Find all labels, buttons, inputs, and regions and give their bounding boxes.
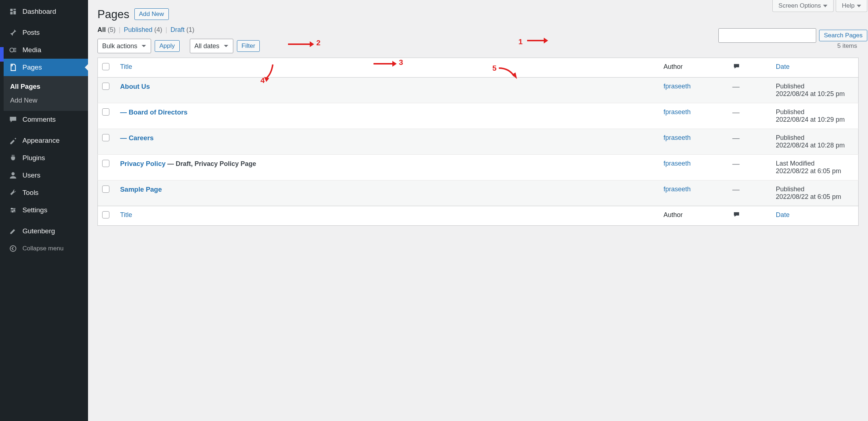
submenu-all-pages[interactable]: All Pages [4, 80, 88, 93]
sidebar-item-pages[interactable]: Pages [4, 59, 88, 76]
sidebar-item-label: Gutenberg [22, 227, 55, 235]
sidebar-submenu-pages: All Pages Add New [4, 76, 88, 111]
date-status: Published [776, 83, 854, 90]
author-link[interactable]: fpraseeth [664, 108, 691, 116]
date-status: Last Modified [776, 160, 854, 167]
triangle-down-icon [857, 5, 861, 7]
users-icon [9, 171, 17, 180]
row-title-link[interactable]: Sample Page [120, 186, 162, 193]
author-link[interactable]: fpraseeth [664, 160, 691, 167]
author-link[interactable]: fpraseeth [664, 134, 691, 141]
comment-bubble-icon [733, 211, 740, 218]
plugins-icon [9, 154, 17, 162]
author-link[interactable]: fpraseeth [664, 186, 691, 193]
row-title-link[interactable]: — Board of Directors [120, 108, 188, 116]
screen-options-tab[interactable]: Screen Options [772, 0, 834, 12]
row-title-link[interactable]: About Us [120, 83, 150, 90]
pin-icon [9, 28, 17, 37]
gutenberg-icon [9, 227, 17, 235]
select-all-checkbox-bottom[interactable] [102, 211, 109, 218]
comments-icon [9, 115, 17, 124]
items-count: 5 items [837, 42, 857, 50]
row-title-link[interactable]: — Careers [120, 134, 154, 142]
sidebar-item-dashboard[interactable]: Dashboard [4, 3, 88, 20]
sidebar-item-media[interactable]: Media [4, 41, 88, 59]
search-button[interactable]: Search Pages [819, 30, 867, 41]
col-comments[interactable] [728, 58, 772, 78]
bulk-actions-select[interactable]: Bulk actions [97, 39, 151, 53]
view-all[interactable]: All (5) [97, 26, 117, 33]
help-tab[interactable]: Help [836, 0, 867, 12]
author-link[interactable]: fpraseeth [664, 83, 691, 90]
col-title-sort-bottom[interactable]: Title [120, 211, 132, 218]
add-new-button[interactable]: Add New [134, 8, 169, 20]
sidebar-item-tools[interactable]: Tools [4, 184, 88, 201]
sidebar-item-label: Settings [22, 206, 47, 214]
col-author: Author [659, 58, 728, 78]
settings-icon [9, 206, 17, 214]
svg-point-1 [12, 172, 15, 175]
left-edge-strip [0, 0, 4, 421]
date-status: Published [776, 186, 854, 193]
screen-options-label: Screen Options [779, 2, 821, 9]
sidebar-item-label: Comments [22, 116, 56, 124]
comment-bubble-icon [733, 63, 740, 70]
filter-button[interactable]: Filter [237, 40, 260, 52]
sidebar-item-users[interactable]: Users [4, 167, 88, 184]
sidebar-item-plugins[interactable]: Plugins [4, 149, 88, 167]
media-icon [9, 46, 17, 54]
collapse-label: Collapse menu [22, 245, 63, 252]
appearance-icon [9, 136, 17, 145]
apply-button[interactable]: Apply [155, 40, 180, 52]
top-right-tabs: Screen Options Help [772, 0, 867, 12]
date-time: 2022/08/24 at 10:28 pm [776, 142, 854, 149]
svg-point-2 [11, 208, 13, 209]
view-published[interactable]: Published (4) [124, 26, 164, 33]
sidebar-item-settings[interactable]: Settings [4, 201, 88, 219]
submenu-add-new[interactable]: Add New [4, 93, 88, 107]
sidebar-item-posts[interactable]: Posts [4, 24, 88, 41]
collapse-icon [9, 244, 17, 253]
comments-count: — [733, 186, 740, 193]
dashboard-icon [9, 7, 17, 16]
view-draft[interactable]: Draft (1) [171, 26, 195, 33]
pages-table: Title Author Date About Usfpraseeth—Publ… [97, 58, 859, 226]
date-time: 2022/08/24 at 10:29 pm [776, 116, 854, 124]
main-content: Screen Options Help Pages Add New All (5… [88, 0, 868, 421]
search-input[interactable] [718, 28, 816, 43]
date-time: 2022/08/24 at 10:25 pm [776, 90, 854, 98]
select-all-checkbox[interactable] [102, 63, 109, 70]
col-comments-bottom[interactable] [728, 206, 772, 226]
table-row: — Board of Directorsfpraseeth—Published2… [98, 103, 859, 129]
page-title: Pages [97, 0, 129, 21]
sidebar-item-appearance[interactable]: Appearance [4, 132, 88, 149]
admin-sidebar: Dashboard Posts Media Pages All Pages Ad… [4, 0, 88, 421]
date-status: Published [776, 108, 854, 116]
table-row: — Careersfpraseeth—Published2022/08/24 a… [98, 129, 859, 155]
comments-count: — [733, 160, 740, 168]
sidebar-item-label: Pages [22, 63, 42, 71]
row-checkbox[interactable] [102, 134, 109, 141]
table-row: About Usfpraseeth—Published2022/08/24 at… [98, 78, 859, 103]
col-date-sort[interactable]: Date [776, 63, 790, 70]
search-box: Search Pages [718, 28, 867, 43]
date-time: 2022/08/22 at 6:05 pm [776, 167, 854, 175]
sidebar-item-label: Dashboard [22, 8, 56, 16]
collapse-menu[interactable]: Collapse menu [4, 240, 88, 257]
row-checkbox[interactable] [102, 160, 109, 167]
date-status: Published [776, 134, 854, 142]
row-checkbox[interactable] [102, 83, 109, 90]
svg-point-0 [10, 48, 14, 52]
tools-icon [9, 188, 17, 197]
col-date-sort-bottom[interactable]: Date [776, 211, 790, 218]
col-title-sort[interactable]: Title [120, 63, 132, 70]
row-title-link[interactable]: Privacy Policy [120, 160, 166, 167]
sidebar-item-label: Media [22, 46, 41, 54]
row-checkbox[interactable] [102, 186, 109, 193]
row-checkbox[interactable] [102, 108, 109, 116]
sidebar-item-gutenberg[interactable]: Gutenberg [4, 222, 88, 240]
help-label: Help [842, 2, 855, 9]
svg-point-5 [10, 246, 16, 251]
sidebar-item-comments[interactable]: Comments [4, 111, 88, 128]
date-filter-select[interactable]: All dates [190, 39, 233, 53]
